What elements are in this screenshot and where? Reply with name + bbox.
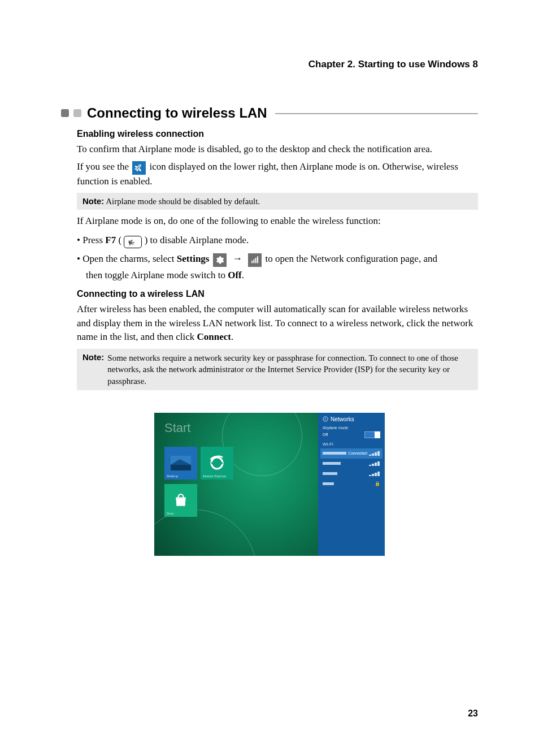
note-label: Note: — [82, 196, 104, 206]
svg-rect-1 — [254, 259, 255, 263]
list-item: Open the charms, select Settings → to op… — [77, 249, 478, 268]
page-number: 23 — [468, 709, 478, 719]
list-item: Press F7 ( F7 ) to disable Airplane mode… — [77, 232, 478, 249]
note-text: Some networks require a network security… — [107, 352, 472, 387]
text: . — [242, 270, 244, 280]
off-word: Off — [228, 270, 242, 280]
network-name-redacted — [323, 462, 341, 465]
tile-desktop: Desktop — [164, 447, 197, 479]
paragraph: If you see the icon displayed on the low… — [77, 160, 478, 189]
text: . — [231, 331, 233, 342]
svg-rect-3 — [257, 256, 258, 263]
network-name-redacted — [323, 452, 346, 455]
text: ( — [116, 235, 124, 245]
airplane-mode-label: Airplane mode — [323, 426, 380, 430]
svg-point-9 — [323, 417, 328, 421]
network-item — [323, 459, 380, 469]
connected-label: Connected — [348, 451, 367, 455]
signal-bars-icon — [369, 461, 380, 466]
network-item-connected: Connected — [320, 448, 382, 459]
paragraph: To confirm that Airplane mode is disable… — [77, 142, 478, 157]
note-box: Note: Some networks require a network se… — [77, 349, 478, 390]
note-text: Airplane mode should be disabled by defa… — [104, 197, 260, 206]
secured-icon: 🔒 — [375, 481, 380, 486]
subheading-connecting: Connecting to a wireless LAN — [77, 289, 478, 299]
network-item: 🔒 — [323, 479, 380, 489]
airplane-mode-state: Off — [323, 433, 328, 437]
tile-ie: Internet Explorer — [201, 447, 233, 479]
figure-networks-panel: Start Desktop Internet Explorer Store — [154, 413, 385, 556]
section-title: Connecting to wireless LAN — [87, 105, 267, 121]
settings-word: Settings — [177, 253, 210, 264]
network-bars-icon — [248, 253, 262, 267]
svg-rect-8 — [176, 499, 185, 506]
section-heading-row: Connecting to wireless LAN — [61, 105, 478, 121]
list-continuation: then toggle Airplane mode switch to Off. — [86, 270, 478, 281]
note-box: Note: Airplane mode should be disabled b… — [77, 193, 478, 210]
networks-flyout: Networks Airplane mode Off Wi-Fi Connect… — [318, 413, 385, 556]
text: After wireless has been enabled, the com… — [77, 304, 473, 342]
network-name-redacted — [323, 472, 337, 475]
signal-bars-icon — [369, 472, 380, 476]
bullet-square-dark — [61, 109, 69, 117]
back-arrow-icon — [323, 416, 328, 422]
tile-label: Desktop — [167, 474, 178, 478]
tile-store: Store — [164, 484, 197, 517]
bullet-list: Press F7 ( F7 ) to disable Airplane mode… — [77, 232, 478, 267]
svg-rect-2 — [255, 258, 257, 263]
keycap-f7: F7 — [124, 236, 142, 248]
wifi-label: Wi-Fi — [323, 442, 380, 447]
svg-rect-0 — [251, 261, 253, 263]
settings-gear-icon — [213, 253, 227, 267]
tile-label: Store — [167, 512, 174, 515]
paragraph: After wireless has been enabled, the com… — [77, 303, 478, 344]
bullet-square-light — [73, 109, 81, 117]
connect-word: Connect — [197, 331, 231, 342]
start-label: Start — [164, 421, 190, 435]
heading-rule — [275, 113, 478, 114]
svg-rect-5 — [171, 465, 191, 470]
text: If you see the — [77, 161, 131, 172]
start-screen: Start Desktop Internet Explorer Store — [154, 413, 318, 556]
running-header: Chapter 2. Starting to use Windows 8 — [61, 59, 478, 70]
key-name: F7 — [105, 235, 116, 245]
airplane-mode-toggle — [364, 431, 380, 438]
network-item — [323, 469, 380, 479]
tile-label: Internet Explorer — [203, 474, 226, 478]
networks-title: Networks — [331, 416, 354, 422]
text: Open the charms, select — [82, 253, 177, 264]
network-name-redacted — [323, 482, 334, 485]
note-label: Note: — [82, 352, 104, 387]
text: then toggle Airplane mode switch to — [86, 270, 228, 280]
signal-bars-icon — [369, 451, 380, 456]
airplane-icon — [132, 161, 146, 175]
paragraph: If Airplane mode is on, do one of the fo… — [77, 214, 478, 228]
text: Press — [82, 235, 105, 245]
text: ) to disable Airplane mode. — [145, 235, 249, 245]
text: to open the Network configuration page, … — [265, 253, 437, 264]
subheading-enabling: Enabling wireless connection — [77, 129, 478, 139]
arrow-right-icon: → — [230, 253, 245, 264]
